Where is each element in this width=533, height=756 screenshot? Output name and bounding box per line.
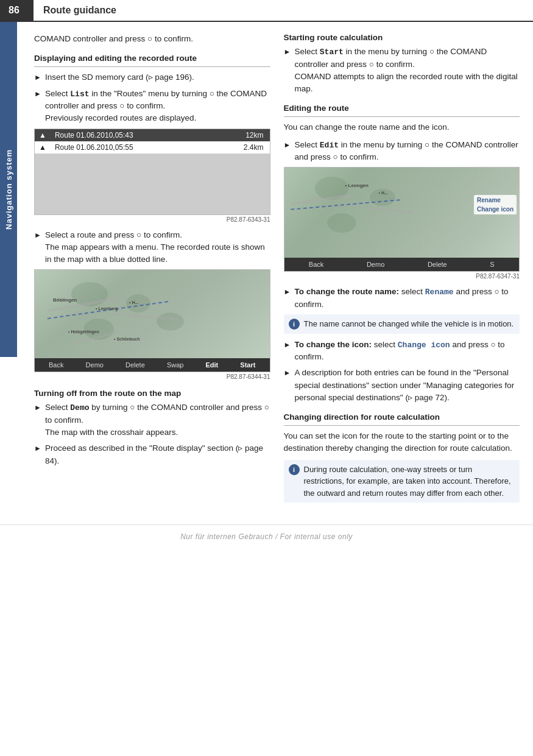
map-btn-back-2[interactable]: Back xyxy=(306,260,327,269)
map-route-image: Böblingen • Leonberg • H... • Holzgerlin… xyxy=(35,270,270,358)
map-btn-delete-2[interactable]: Delete xyxy=(425,260,450,269)
map-btn-bar-1: Back Demo Delete Swap Edit Start xyxy=(35,358,270,372)
route-list-screenshot: ▲ Route 01.06.2010,05:43 12km ▲ Route 01… xyxy=(34,129,270,215)
caption-r1: P82.87-6347-31 xyxy=(284,273,520,280)
section-starting-heading: Starting route calculation xyxy=(284,33,520,42)
bullet-sd-card: ► Insert the SD memory card (▹ page 196)… xyxy=(34,71,270,83)
route-list-table: ▲ Route 01.06.2010,05:43 12km ▲ Route 01… xyxy=(35,129,270,154)
page-header: 86 Route guidance xyxy=(0,0,533,22)
bullet-sd-card-text: Insert the SD memory card (▹ page 196). xyxy=(45,71,270,83)
bullet-select-demo-text: Select Demo by turning ○ the COMAND cont… xyxy=(45,401,270,439)
bullet-select-edit: ► Select Edit in the menu by turning ○ t… xyxy=(284,139,520,164)
bullet-arrow-r4: ► xyxy=(284,339,292,350)
direction-intro: You can set the icon for the route to th… xyxy=(284,430,520,455)
bullet-arrow-r2: ► xyxy=(284,140,292,150)
map-btn-bar-2: Back Demo Delete S xyxy=(284,258,520,271)
route-icon-1: ▲ xyxy=(35,129,51,141)
bullet-arrow-2: ► xyxy=(34,88,43,99)
rename-label[interactable]: Rename xyxy=(477,197,514,203)
route-row-2: ▲ Route 01.06.2010,05:55 2.4km xyxy=(35,141,270,154)
caption-2: P82.87-6344-31 xyxy=(34,373,270,380)
section-turning-off-heading: Turning off from the route on the map xyxy=(34,389,270,398)
route-name-1: Route 01.06.2010,05:43 xyxy=(51,129,213,141)
section-editing-heading: Editing the route xyxy=(284,104,520,113)
route-row-1: ▲ Route 01.06.2010,05:43 12km xyxy=(35,129,270,141)
bullet-select-start: ► Select Start in the menu by turning ○ … xyxy=(284,46,520,95)
bullet-change-icon: ► To change the icon: select Change icon… xyxy=(284,339,520,364)
bullet-proceed-text: Proceed as described in the "Route displ… xyxy=(45,442,270,467)
map-btn-swap[interactable]: Swap xyxy=(164,361,187,369)
right-column: Starting route calculation ► Select Star… xyxy=(284,33,520,507)
main-content: COMAND controller and press ○ to confirm… xyxy=(17,22,533,518)
footer-watermark: Nur für internen Gebrauch / For internal… xyxy=(0,525,533,546)
route-icon-2: ▲ xyxy=(35,141,51,154)
editing-intro: You can change the route name and the ic… xyxy=(284,121,520,133)
info-text-1: The name cannot be changed while the veh… xyxy=(304,318,514,330)
left-column: COMAND controller and press ○ to confirm… xyxy=(34,33,270,507)
map-btn-edit[interactable]: Edit xyxy=(202,361,221,369)
bullet-arrow-1: ► xyxy=(34,72,43,83)
caption-1: P82.87-6343-31 xyxy=(34,216,270,223)
route-km-2: 2.4km xyxy=(213,141,270,154)
section-direction-heading: Changing direction for route calculation xyxy=(284,412,520,422)
bullet-change-icon-text: To change the icon: select Change icon a… xyxy=(295,339,520,364)
page-title: Route guidance xyxy=(34,0,126,21)
map-btn-demo[interactable]: Demo xyxy=(83,361,107,369)
change-icon-label[interactable]: Change icon xyxy=(477,206,514,213)
intro-text: COMAND controller and press ○ to confirm… xyxy=(34,33,270,45)
bullet-arrow-r3: ► xyxy=(284,286,292,297)
bullet-select-start-text: Select Start in the menu by turning ○ th… xyxy=(295,46,520,95)
route-km-1: 12km xyxy=(213,129,270,141)
bullet-rename: ► To change the route name: select Renam… xyxy=(284,286,520,311)
map-btn-start[interactable]: Start xyxy=(237,361,258,369)
info-box-2: i During route calculation, one-way stre… xyxy=(284,460,520,503)
map-btn-s[interactable]: S xyxy=(487,260,497,269)
bullet-rename-text: To change the route name: select Rename … xyxy=(295,286,520,311)
info-icon-2: i xyxy=(289,464,300,475)
bullet-select-edit-text: Select Edit in the menu by turning ○ the… xyxy=(295,139,520,164)
bullet-select-route-text: Select a route and press ○ to confirm.Th… xyxy=(45,229,270,266)
info-text-2: During route calculation, one-way street… xyxy=(304,464,515,500)
bullet-select-list: ► Select List in the "Routes" menu by tu… xyxy=(34,88,270,125)
bullet-proceed: ► Proceed as described in the "Route dis… xyxy=(34,442,270,467)
map-route-screenshot: Böblingen • Leonberg • H... • Holzgerlin… xyxy=(34,269,270,372)
info-box-1: i The name cannot be changed while the v… xyxy=(284,314,520,334)
bullet-select-list-text: Select List in the "Routes" menu by turn… xyxy=(45,88,270,125)
sidebar-label: Navigation system xyxy=(0,22,17,357)
info-icon-1: i xyxy=(289,319,300,330)
bullet-select-demo: ► Select Demo by turning ○ the COMAND co… xyxy=(34,401,270,439)
bullet-description: ► A description for both entries can be … xyxy=(284,367,520,404)
sidebar-label-text: Navigation system xyxy=(4,149,13,230)
bullet-arrow-r5: ► xyxy=(284,367,292,378)
map-side-panel: Rename Change icon xyxy=(474,195,517,214)
bullet-arrow-5: ► xyxy=(34,443,43,454)
route-name-2: Route 01.06.2010,05:55 xyxy=(51,141,213,154)
bullet-arrow-4: ► xyxy=(34,402,43,413)
page-number: 86 xyxy=(0,0,34,21)
map-btn-delete[interactable]: Delete xyxy=(122,361,148,369)
bullet-description-text: A description for both entries can be fo… xyxy=(295,367,520,404)
map-btn-back[interactable]: Back xyxy=(46,361,66,369)
map-btn-demo-2[interactable]: Demo xyxy=(364,260,387,269)
map-edit-screenshot: • Leongen • H... Rename Change icon Back… xyxy=(284,167,520,272)
bullet-arrow-r1: ► xyxy=(284,46,292,57)
bullet-arrow-3: ► xyxy=(34,230,43,241)
map-edit-image: • Leongen • H... Rename Change icon xyxy=(284,168,520,258)
bullet-select-route: ► Select a route and press ○ to confirm.… xyxy=(34,229,270,266)
section-displaying-heading: Displaying and editing the recorded rout… xyxy=(34,54,270,63)
